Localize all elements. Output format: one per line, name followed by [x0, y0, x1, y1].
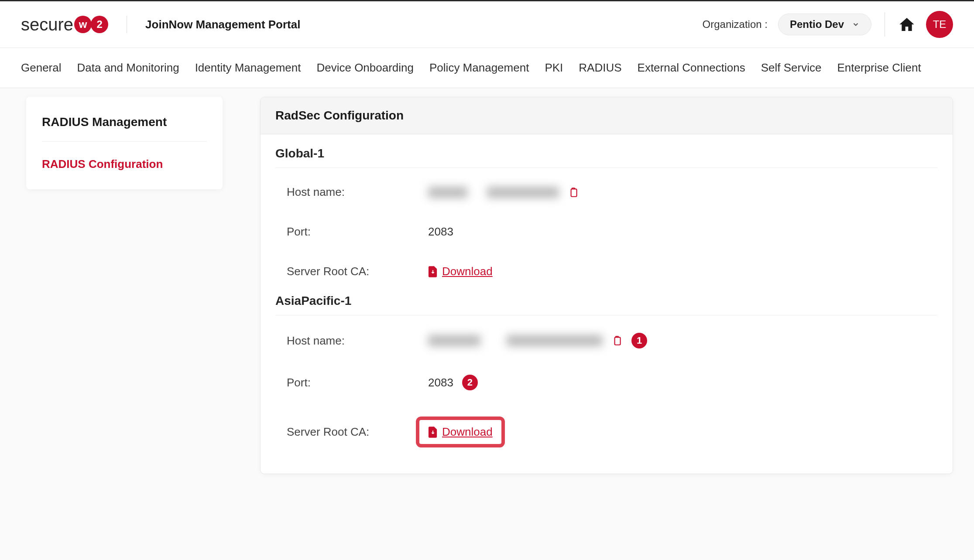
- copy-icon[interactable]: [611, 335, 623, 346]
- row-hostname: Host name:: [275, 185, 938, 199]
- download-label: Download: [442, 265, 493, 278]
- row-server-root-ca: Server Root CA: Download: [275, 417, 938, 447]
- org-value: Pentio Dev: [790, 18, 844, 31]
- org-selector[interactable]: Pentio Dev: [778, 14, 871, 35]
- nav-enterprise-client[interactable]: Enterprise Client: [837, 61, 921, 75]
- file-download-icon: [428, 427, 438, 438]
- nav-data-monitoring[interactable]: Data and Monitoring: [77, 61, 179, 75]
- nav-policy[interactable]: Policy Management: [429, 61, 529, 75]
- radsec-card: RadSec Configuration Global-1 Host name:…: [260, 97, 953, 474]
- nav-general[interactable]: General: [21, 61, 62, 75]
- hostname-value-hidden: [428, 335, 603, 346]
- row-hostname: Host name: 1: [275, 333, 938, 348]
- row-port: Port: 2083: [275, 225, 938, 239]
- logo-circle-w: w: [74, 16, 92, 33]
- sidebar-title: RADIUS Management: [42, 115, 207, 142]
- sidebar: RADIUS Management RADIUS Configuration: [26, 97, 223, 189]
- download-link[interactable]: Download: [428, 425, 493, 439]
- label-port: Port:: [275, 376, 428, 389]
- chevron-down-icon: [852, 20, 860, 28]
- label-hostname: Host name:: [275, 185, 428, 199]
- header-divider: [127, 16, 127, 33]
- portal-title: JoinNow Management Portal: [145, 18, 300, 31]
- home-icon[interactable]: [898, 16, 916, 33]
- annotation-badge-1: 1: [631, 333, 647, 348]
- app-header: secure w 2 JoinNow Management Portal Org…: [0, 1, 974, 48]
- main-nav: General Data and Monitoring Identity Man…: [0, 48, 974, 88]
- logo-circle-2: 2: [91, 16, 108, 33]
- row-server-root-ca: Server Root CA: Download: [275, 265, 938, 278]
- label-server-root-ca: Server Root CA:: [275, 425, 428, 439]
- logo: secure w 2: [21, 15, 108, 34]
- sidebar-item-radius-config[interactable]: RADIUS Configuration: [42, 142, 207, 171]
- org-label: Organization :: [703, 18, 768, 31]
- nav-device-onboarding[interactable]: Device Onboarding: [316, 61, 414, 75]
- body-layout: RADIUS Management RADIUS Configuration R…: [0, 88, 974, 492]
- section-asiapacific-1: AsiaPacific-1 Host name: 1 Port: 2083 2: [275, 294, 938, 447]
- section-title: AsiaPacific-1: [275, 294, 938, 315]
- download-label: Download: [442, 425, 493, 439]
- port-value: 2083: [428, 376, 453, 389]
- download-highlight: Download: [416, 417, 505, 447]
- section-title: Global-1: [275, 147, 938, 168]
- annotation-badge-2: 2: [462, 375, 478, 390]
- label-hostname: Host name:: [275, 334, 428, 348]
- nav-pki[interactable]: PKI: [545, 61, 563, 75]
- label-port: Port:: [275, 225, 428, 239]
- section-global-1: Global-1 Host name: Port: 2083 Server Ro…: [275, 147, 938, 278]
- header-separator: [885, 12, 885, 37]
- nav-external[interactable]: External Connections: [638, 61, 745, 75]
- file-download-icon: [428, 266, 438, 277]
- download-link[interactable]: Download: [428, 265, 493, 278]
- port-value: 2083: [428, 225, 453, 239]
- svg-rect-0: [571, 189, 577, 196]
- nav-self-service[interactable]: Self Service: [761, 61, 822, 75]
- label-server-root-ca: Server Root CA:: [275, 265, 428, 278]
- avatar[interactable]: TE: [926, 11, 953, 38]
- hostname-value-hidden: [428, 187, 559, 198]
- logo-text: secure: [21, 15, 73, 34]
- svg-rect-1: [615, 337, 621, 345]
- card-title: RadSec Configuration: [261, 97, 953, 134]
- nav-radius[interactable]: RADIUS: [579, 61, 621, 75]
- copy-icon[interactable]: [568, 187, 579, 198]
- nav-identity[interactable]: Identity Management: [195, 61, 301, 75]
- row-port: Port: 2083 2: [275, 375, 938, 390]
